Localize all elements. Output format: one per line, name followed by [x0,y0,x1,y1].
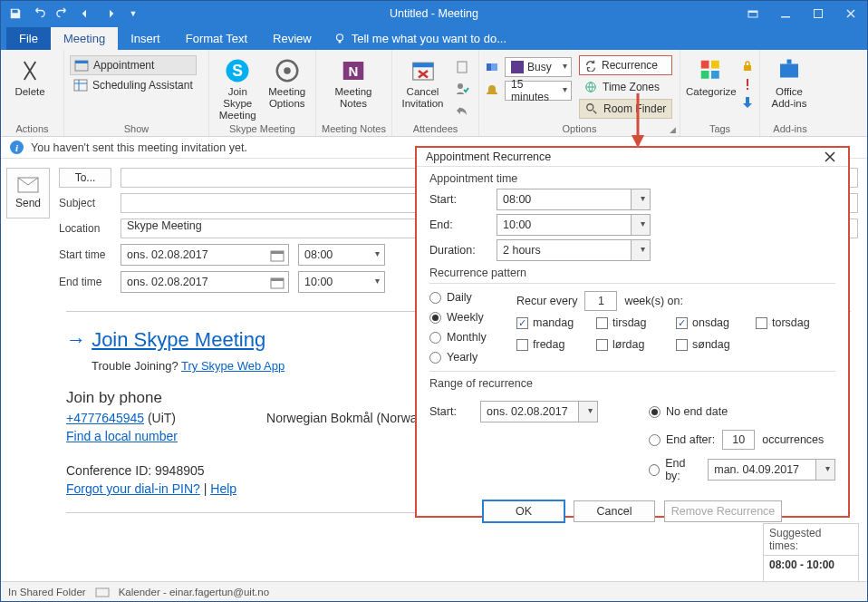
end-time-input[interactable]: 10:00 [298,271,385,293]
calendar-picker-icon [270,248,285,263]
ok-button[interactable]: OK [483,500,564,522]
occurrences-input[interactable]: 10 [722,430,755,450]
start-time-label: Start time [59,248,111,261]
undo-icon[interactable] [28,4,50,24]
categorize-button[interactable]: Categorize [686,53,737,98]
join-skype-meeting-button[interactable]: S Join Skype Meeting [215,53,261,121]
end-by-date[interactable]: man. 04.09.2017 [708,459,835,481]
high-importance-icon[interactable] [740,77,755,92]
folder-icon [95,586,110,598]
options-launcher-icon[interactable]: ◢ [670,125,676,134]
globe-icon [584,81,597,93]
cancel-invitation-button[interactable]: Cancel Invitation [398,53,448,110]
radio-no-end-date[interactable]: No end date [649,405,835,418]
customize-qat-icon[interactable]: ▼ [122,4,144,24]
location-label: Location [59,222,111,235]
recurrence-end-time[interactable]: 10:00 [497,214,651,236]
svg-rect-37 [96,588,109,597]
svg-rect-17 [458,62,467,73]
tab-format-text[interactable]: Format Text [173,27,260,50]
check-names-button[interactable] [451,79,473,99]
scheduling-icon [73,78,88,92]
end-date-input[interactable]: ons. 02.08.2017 [121,271,289,293]
skype-web-app-link[interactable]: Try Skype Web App [181,359,285,373]
previous-item-icon[interactable] [75,4,97,24]
to-button[interactable]: To... [59,168,111,188]
svg-point-12 [284,67,291,74]
close-icon[interactable] [834,1,867,26]
next-item-icon[interactable] [99,4,121,24]
ribbon-display-icon[interactable] [737,1,769,26]
room-finder-button[interactable]: Room Finder [579,99,672,119]
minimize-icon[interactable] [769,1,802,26]
meeting-options-button[interactable]: Meeting Options [265,53,311,110]
radio-weekly[interactable]: Weekly [429,311,500,324]
recurrence-start-time[interactable]: 08:00 [497,189,651,210]
arrow-icon: → [66,328,92,351]
start-time-input[interactable]: 08:00 [298,244,385,266]
radio-end-by[interactable]: End by: [649,457,700,482]
ribbon-tabs: File Meeting Insert Format Text Review T… [1,26,867,50]
svg-rect-8 [74,80,87,91]
chk-mandag[interactable]: mandag [516,316,596,329]
private-lock-icon[interactable] [740,59,755,73]
find-local-number-link[interactable]: Find a local number [66,429,178,443]
send-button[interactable]: Send [6,168,50,218]
help-link[interactable]: Help [210,481,236,496]
tell-me-search[interactable]: Tell me what you want to do... [324,27,516,50]
redo-icon[interactable] [52,4,73,24]
dialog-close-button[interactable] [821,148,839,166]
scheduling-assistant-button[interactable]: Scheduling Assistant [70,75,197,95]
low-importance-icon[interactable] [740,95,755,110]
svg-point-22 [587,104,593,111]
delete-button[interactable]: Delete [6,53,53,98]
chk-onsdag[interactable]: onsdag [676,316,756,329]
radio-end-after[interactable]: End after: [649,433,715,446]
meeting-notes-button[interactable]: N Meeting Notes [322,53,385,110]
address-book-button[interactable] [451,57,473,77]
time-zones-button[interactable]: Time Zones [579,77,672,97]
radio-monthly[interactable]: Monthly [429,331,500,344]
radio-daily[interactable]: Daily [429,291,500,304]
join-skype-link[interactable]: Join Skype Meeting [92,328,265,351]
range-start-date[interactable]: ons. 02.08.2017 [480,401,598,422]
tab-insert[interactable]: Insert [118,27,173,50]
save-icon[interactable] [5,4,26,24]
appointment-button[interactable]: Appointment [70,55,197,75]
recurrence-dialog: Appointment Recurrence Appointment time … [415,146,850,518]
svg-rect-36 [271,278,284,281]
maximize-icon[interactable] [802,1,834,26]
svg-rect-27 [744,65,751,71]
recur-every-input[interactable]: 1 [584,291,617,311]
remove-recurrence-button[interactable]: Remove Recurrence [664,500,782,522]
chk-sondag[interactable]: søndag [676,338,756,351]
svg-rect-28 [747,79,748,86]
tab-review[interactable]: Review [260,27,324,50]
tab-file[interactable]: File [6,27,51,50]
chk-torsdag[interactable]: torsdag [756,316,835,329]
chk-lordag[interactable]: lørdag [596,338,676,351]
show-as-combo[interactable]: Busy [505,57,572,77]
radio-yearly[interactable]: Yearly [429,351,500,364]
chk-tirsdag[interactable]: tirsdag [596,316,676,329]
start-date-input[interactable]: ons. 02.08.2017 [121,244,289,266]
language-label: Norwegian Bokmål (Norway) [266,411,428,425]
response-options-button[interactable] [451,101,473,121]
recurrence-button[interactable]: Recurrence [579,55,672,75]
reminder-combo[interactable]: 15 minutes [505,81,572,101]
chk-fredag[interactable]: fredag [516,338,596,351]
tab-meeting[interactable]: Meeting [51,27,118,50]
forgot-pin-link[interactable]: Forgot your dial-in PIN? [66,481,200,496]
svg-rect-20 [491,63,497,71]
envelope-icon [17,177,39,193]
info-text: You haven't sent this meeting invitation… [31,141,247,154]
status-bar: In Shared Folder Kalender - einar.fagert… [1,581,867,601]
cancel-button[interactable]: Cancel [574,500,655,522]
group-label-notes: Meeting Notes [322,122,386,134]
calendar-icon [74,58,89,73]
office-addins-button[interactable]: Office Add-ins [766,53,813,110]
recurrence-duration[interactable]: 2 hours [497,239,651,261]
phone-number-link[interactable]: +4777645945 [66,411,144,425]
group-label-tags: Tags [686,122,754,134]
show-as-icon [485,60,499,74]
